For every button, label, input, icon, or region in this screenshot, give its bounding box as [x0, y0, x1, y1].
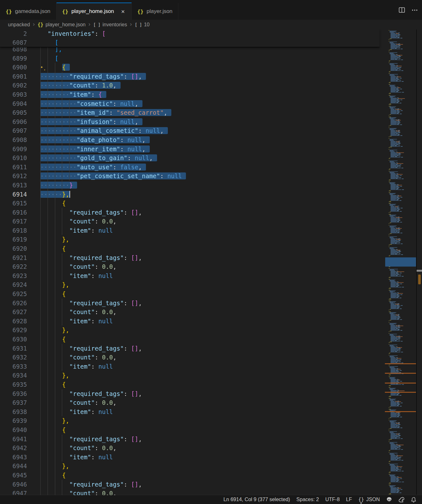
- code-line[interactable]: 6931 "required_tags": [],: [0, 344, 378, 353]
- line-number[interactable]: 6902: [0, 81, 27, 90]
- code-line[interactable]: 6909··········"inner_item": null,: [0, 145, 378, 154]
- squirrel-icon[interactable]: [395, 495, 408, 504]
- line-number[interactable]: 6926: [0, 299, 27, 308]
- code-line[interactable]: 6919 },: [0, 235, 378, 244]
- line-number[interactable]: 6942: [0, 443, 27, 453]
- line-number[interactable]: 6941: [0, 435, 27, 444]
- line-number[interactable]: 6925: [0, 289, 27, 299]
- line-number[interactable]: 6900: [0, 63, 27, 72]
- code-line[interactable]: 6901········"required_tags": [],: [0, 72, 378, 81]
- line-number[interactable]: 2: [0, 29, 27, 38]
- breadcrumb-item-unpacked[interactable]: unpacked: [8, 22, 30, 28]
- code-line[interactable]: 6924 },: [0, 280, 378, 289]
- line-number[interactable]: 6915: [0, 199, 27, 208]
- code-line[interactable]: 6947 "count": 0.0,: [0, 489, 378, 495]
- code-line[interactable]: 6936 "required_tags": [],: [0, 389, 378, 398]
- sticky-line[interactable]: 6087 [: [0, 38, 379, 47]
- line-number[interactable]: 6936: [0, 389, 27, 398]
- code-line[interactable]: 6939 },: [0, 416, 378, 425]
- code-line[interactable]: 6916 "required_tags": [],: [0, 208, 378, 217]
- code-line[interactable]: 6929 },: [0, 326, 378, 335]
- line-number[interactable]: 6944: [0, 462, 27, 471]
- close-icon[interactable]: ✕: [120, 9, 126, 15]
- line-number[interactable]: 6947: [0, 489, 27, 495]
- code-line[interactable]: 6917 "count": 0.0,: [0, 217, 378, 226]
- code-line[interactable]: 6934 },: [0, 371, 378, 380]
- code-line[interactable]: 6940 {: [0, 425, 378, 435]
- copilot-icon[interactable]: [383, 495, 395, 504]
- breadcrumb-item-file[interactable]: player_home.json: [45, 22, 85, 28]
- code-line[interactable]: 6926 "required_tags": [],: [0, 299, 378, 308]
- code-line[interactable]: 6910··········"gold_to_gain": null,: [0, 153, 378, 163]
- line-number[interactable]: 6908: [0, 135, 27, 145]
- line-number[interactable]: 6910: [0, 153, 27, 163]
- code-line[interactable]: 6943 "item": null: [0, 453, 378, 462]
- code-line[interactable]: 6932 "count": 0.0,: [0, 353, 378, 362]
- code-line[interactable]: 6914······},: [0, 190, 378, 199]
- bell-icon[interactable]: [408, 495, 419, 504]
- tab-player-home-json[interactable]: {} player_home.json ✕: [56, 3, 132, 20]
- line-number[interactable]: 6909: [0, 145, 27, 154]
- line-number[interactable]: 6919: [0, 235, 27, 244]
- split-editor-icon[interactable]: [398, 6, 406, 14]
- line-number[interactable]: 6935: [0, 380, 27, 389]
- code-line[interactable]: 6933 "item": null: [0, 362, 378, 371]
- code-line[interactable]: 6913········}: [0, 181, 378, 190]
- status-eol[interactable]: LF: [343, 495, 355, 504]
- status-cursor-position[interactable]: Ln 6914, Col 9 (377 selected): [220, 495, 293, 504]
- line-number[interactable]: 6929: [0, 326, 27, 335]
- line-number[interactable]: 6913: [0, 181, 27, 190]
- line-number[interactable]: 6945: [0, 471, 27, 480]
- line-number[interactable]: 6938: [0, 407, 27, 417]
- line-number[interactable]: 6906: [0, 117, 27, 126]
- code-line[interactable]: 6915 {: [0, 199, 378, 208]
- code-line[interactable]: 6922 "count": 0.0,: [0, 262, 378, 271]
- line-number[interactable]: 6901: [0, 72, 27, 81]
- tab-gamedata-json[interactable]: {} gamedata.json: [0, 3, 56, 20]
- line-number[interactable]: 6911: [0, 163, 27, 172]
- line-number[interactable]: 6899: [0, 54, 27, 63]
- line-number[interactable]: 6903: [0, 90, 27, 99]
- scrollbar-thumb[interactable]: [417, 270, 422, 272]
- line-number[interactable]: 6921: [0, 253, 27, 262]
- line-number[interactable]: 6943: [0, 453, 27, 462]
- breadcrumb-item-inventories[interactable]: inventories: [102, 22, 127, 28]
- line-number[interactable]: 6924: [0, 280, 27, 289]
- code-line[interactable]: 6927 "count": 0.0,: [0, 307, 378, 317]
- line-number[interactable]: 6930: [0, 335, 27, 344]
- code-line[interactable]: 6920 {: [0, 244, 378, 253]
- code-line[interactable]: 6925 {: [0, 289, 378, 299]
- line-number[interactable]: 6933: [0, 362, 27, 371]
- line-number[interactable]: 6932: [0, 353, 27, 362]
- breadcrumb-item-index[interactable]: 10: [144, 22, 150, 28]
- code-line[interactable]: 6937 "count": 0.0,: [0, 398, 378, 407]
- status-encoding[interactable]: UTF-8: [322, 495, 343, 504]
- scrollbar[interactable]: [416, 29, 422, 495]
- code-line[interactable]: 6944 },: [0, 462, 378, 471]
- code-line[interactable]: 6930 {: [0, 335, 378, 344]
- code-line[interactable]: 6935 {: [0, 380, 378, 389]
- tab-player-json[interactable]: {} player.json: [132, 3, 179, 20]
- line-number[interactable]: 6927: [0, 307, 27, 317]
- more-actions-icon[interactable]: [411, 6, 419, 14]
- line-number[interactable]: 6918: [0, 226, 27, 235]
- code-line[interactable]: 6907··········"animal_cosmetic": null,: [0, 126, 378, 135]
- code-line[interactable]: 6912··········"pet_cosmetic_set_name": n…: [0, 171, 378, 181]
- line-number[interactable]: 6904: [0, 99, 27, 108]
- line-number[interactable]: 6923: [0, 271, 27, 281]
- code-line[interactable]: 6942 "count": 0.0,: [0, 443, 378, 453]
- code-line[interactable]: 6938 "item": null: [0, 407, 378, 417]
- line-number[interactable]: 6905: [0, 108, 27, 117]
- line-number[interactable]: 6917: [0, 217, 27, 226]
- line-number[interactable]: 6914: [0, 190, 27, 199]
- code-line[interactable]: 6906··········"infusion": null,: [0, 117, 378, 126]
- code-line[interactable]: 6905··········"item_id": "seed_carrot",: [0, 108, 378, 117]
- line-number[interactable]: 6928: [0, 317, 27, 326]
- line-number[interactable]: 6922: [0, 262, 27, 271]
- line-number[interactable]: 6939: [0, 416, 27, 425]
- sticky-line[interactable]: 2 "inventories": [: [0, 29, 379, 38]
- code-line[interactable]: 6903········"item": {: [0, 90, 378, 99]
- code-line[interactable]: 6945 {: [0, 471, 378, 480]
- line-number[interactable]: 6934: [0, 371, 27, 380]
- status-indentation[interactable]: Spaces: 2: [293, 495, 322, 504]
